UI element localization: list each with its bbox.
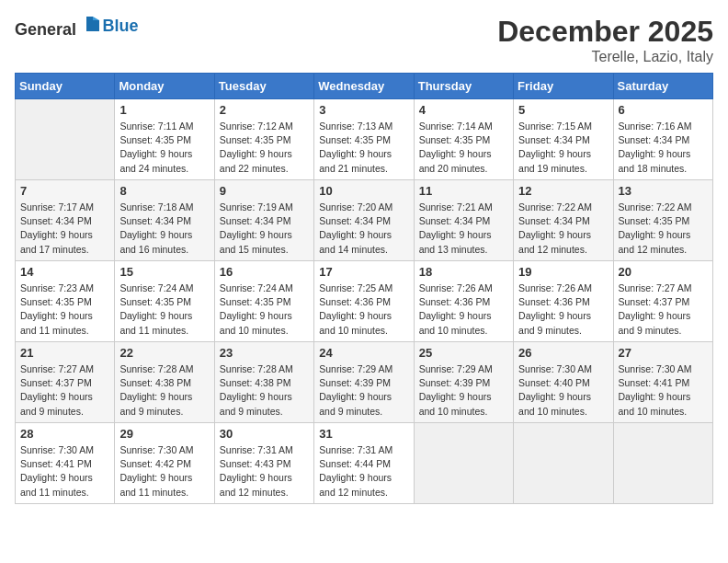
calendar-cell: 26Sunrise: 7:30 AMSunset: 4:40 PMDayligh…	[514, 342, 613, 423]
calendar-cell: 6Sunrise: 7:16 AMSunset: 4:34 PMDaylight…	[613, 99, 712, 180]
day-number: 15	[119, 265, 209, 279]
day-number: 10	[319, 184, 408, 198]
day-info: Sunrise: 7:17 AMSunset: 4:34 PMDaylight:…	[20, 201, 109, 257]
calendar-cell: 24Sunrise: 7:29 AMSunset: 4:39 PMDayligh…	[314, 342, 414, 423]
location-title: Terelle, Lazio, Italy	[497, 49, 713, 65]
calendar-cell: 1Sunrise: 7:11 AMSunset: 4:35 PMDaylight…	[115, 99, 214, 180]
day-info: Sunrise: 7:31 AMSunset: 4:44 PMDaylight:…	[319, 443, 408, 500]
day-number: 2	[220, 103, 309, 117]
day-info: Sunrise: 7:24 AMSunset: 4:35 PMDaylight:…	[220, 282, 309, 338]
calendar-cell: 27Sunrise: 7:30 AMSunset: 4:41 PMDayligh…	[613, 342, 712, 423]
day-number: 14	[20, 265, 109, 279]
weekday-header-friday: Friday	[514, 74, 613, 99]
day-number: 23	[220, 346, 309, 360]
calendar-cell: 31Sunrise: 7:31 AMSunset: 4:44 PMDayligh…	[314, 423, 414, 504]
day-number: 25	[419, 346, 508, 360]
svg-marker-1	[93, 17, 99, 20]
calendar-cell: 19Sunrise: 7:26 AMSunset: 4:36 PMDayligh…	[514, 261, 613, 342]
day-info: Sunrise: 7:13 AMSunset: 4:35 PMDaylight:…	[319, 120, 408, 176]
day-number: 22	[119, 346, 209, 360]
calendar-cell: 29Sunrise: 7:30 AMSunset: 4:42 PMDayligh…	[115, 423, 214, 504]
day-number: 21	[20, 346, 109, 360]
day-number: 27	[619, 346, 708, 360]
calendar-cell	[514, 423, 613, 504]
day-info: Sunrise: 7:26 AMSunset: 4:36 PMDaylight:…	[518, 282, 608, 338]
calendar-week-row: 7Sunrise: 7:17 AMSunset: 4:34 PMDaylight…	[16, 180, 713, 261]
day-info: Sunrise: 7:30 AMSunset: 4:41 PMDaylight:…	[619, 362, 708, 419]
calendar-cell: 23Sunrise: 7:28 AMSunset: 4:38 PMDayligh…	[214, 342, 313, 423]
day-number: 1	[119, 103, 209, 117]
calendar-week-row: 28Sunrise: 7:30 AMSunset: 4:41 PMDayligh…	[16, 423, 713, 504]
day-number: 6	[619, 103, 708, 117]
day-info: Sunrise: 7:22 AMSunset: 4:35 PMDaylight:…	[619, 201, 708, 257]
day-number: 13	[619, 184, 708, 198]
calendar-cell: 16Sunrise: 7:24 AMSunset: 4:35 PMDayligh…	[214, 261, 313, 342]
day-number: 12	[518, 184, 608, 198]
day-info: Sunrise: 7:27 AMSunset: 4:37 PMDaylight:…	[619, 282, 708, 338]
weekday-header-wednesday: Wednesday	[314, 74, 414, 99]
calendar-cell: 25Sunrise: 7:29 AMSunset: 4:39 PMDayligh…	[414, 342, 513, 423]
calendar-cell: 28Sunrise: 7:30 AMSunset: 4:41 PMDayligh…	[16, 423, 115, 504]
day-number: 7	[20, 184, 109, 198]
calendar-week-row: 14Sunrise: 7:23 AMSunset: 4:35 PMDayligh…	[16, 261, 713, 342]
weekday-header-tuesday: Tuesday	[214, 74, 313, 99]
day-number: 9	[220, 184, 309, 198]
day-number: 31	[319, 427, 408, 441]
day-info: Sunrise: 7:11 AMSunset: 4:35 PMDaylight:…	[119, 120, 209, 176]
logo-icon	[83, 15, 103, 35]
day-info: Sunrise: 7:24 AMSunset: 4:35 PMDaylight:…	[119, 282, 209, 338]
day-info: Sunrise: 7:16 AMSunset: 4:34 PMDaylight:…	[619, 120, 708, 176]
calendar-cell: 14Sunrise: 7:23 AMSunset: 4:35 PMDayligh…	[16, 261, 115, 342]
calendar-cell	[414, 423, 513, 504]
calendar-cell: 9Sunrise: 7:19 AMSunset: 4:34 PMDaylight…	[214, 180, 313, 261]
calendar-cell	[613, 423, 712, 504]
calendar-cell: 20Sunrise: 7:27 AMSunset: 4:37 PMDayligh…	[613, 261, 712, 342]
calendar-cell: 30Sunrise: 7:31 AMSunset: 4:43 PMDayligh…	[214, 423, 313, 504]
calendar-cell: 7Sunrise: 7:17 AMSunset: 4:34 PMDaylight…	[16, 180, 115, 261]
calendar-cell: 15Sunrise: 7:24 AMSunset: 4:35 PMDayligh…	[115, 261, 214, 342]
calendar-cell: 13Sunrise: 7:22 AMSunset: 4:35 PMDayligh…	[613, 180, 712, 261]
day-info: Sunrise: 7:29 AMSunset: 4:39 PMDaylight:…	[319, 362, 408, 419]
day-info: Sunrise: 7:14 AMSunset: 4:35 PMDaylight:…	[419, 120, 508, 176]
logo-text: General	[15, 15, 103, 40]
day-info: Sunrise: 7:15 AMSunset: 4:34 PMDaylight:…	[518, 120, 608, 176]
day-info: Sunrise: 7:12 AMSunset: 4:35 PMDaylight:…	[220, 120, 309, 176]
day-number: 11	[419, 184, 508, 198]
day-number: 28	[20, 427, 109, 441]
calendar-week-row: 21Sunrise: 7:27 AMSunset: 4:37 PMDayligh…	[16, 342, 713, 423]
weekday-header-thursday: Thursday	[414, 74, 513, 99]
calendar-week-row: 1Sunrise: 7:11 AMSunset: 4:35 PMDaylight…	[16, 99, 713, 180]
calendar-cell: 10Sunrise: 7:20 AMSunset: 4:34 PMDayligh…	[314, 180, 414, 261]
day-number: 5	[518, 103, 608, 117]
logo: General Blue	[15, 15, 139, 40]
day-info: Sunrise: 7:20 AMSunset: 4:34 PMDaylight:…	[319, 201, 408, 257]
day-number: 26	[518, 346, 608, 360]
day-number: 20	[619, 265, 708, 279]
day-info: Sunrise: 7:21 AMSunset: 4:34 PMDaylight:…	[419, 201, 508, 257]
weekday-header-saturday: Saturday	[613, 74, 712, 99]
calendar-cell: 11Sunrise: 7:21 AMSunset: 4:34 PMDayligh…	[414, 180, 513, 261]
weekday-header-monday: Monday	[115, 74, 214, 99]
day-number: 8	[119, 184, 209, 198]
day-info: Sunrise: 7:29 AMSunset: 4:39 PMDaylight:…	[419, 362, 508, 419]
calendar-cell: 5Sunrise: 7:15 AMSunset: 4:34 PMDaylight…	[514, 99, 613, 180]
calendar-cell: 2Sunrise: 7:12 AMSunset: 4:35 PMDaylight…	[214, 99, 313, 180]
calendar-cell: 3Sunrise: 7:13 AMSunset: 4:35 PMDaylight…	[314, 99, 414, 180]
day-number: 29	[119, 427, 209, 441]
day-info: Sunrise: 7:30 AMSunset: 4:41 PMDaylight:…	[20, 443, 109, 500]
calendar-table: SundayMondayTuesdayWednesdayThursdayFrid…	[15, 73, 713, 504]
day-number: 17	[319, 265, 408, 279]
calendar-cell: 8Sunrise: 7:18 AMSunset: 4:34 PMDaylight…	[115, 180, 214, 261]
day-info: Sunrise: 7:25 AMSunset: 4:36 PMDaylight:…	[319, 282, 408, 338]
day-number: 30	[220, 427, 309, 441]
calendar-cell: 22Sunrise: 7:28 AMSunset: 4:38 PMDayligh…	[115, 342, 214, 423]
calendar-cell: 18Sunrise: 7:26 AMSunset: 4:36 PMDayligh…	[414, 261, 513, 342]
day-number: 4	[419, 103, 508, 117]
page-header: General Blue December 2025 Terelle, Lazi…	[15, 15, 713, 65]
day-info: Sunrise: 7:22 AMSunset: 4:34 PMDaylight:…	[518, 201, 608, 257]
calendar-cell: 4Sunrise: 7:14 AMSunset: 4:35 PMDaylight…	[414, 99, 513, 180]
calendar-cell: 21Sunrise: 7:27 AMSunset: 4:37 PMDayligh…	[16, 342, 115, 423]
day-info: Sunrise: 7:18 AMSunset: 4:34 PMDaylight:…	[119, 201, 209, 257]
day-info: Sunrise: 7:19 AMSunset: 4:34 PMDaylight:…	[220, 201, 309, 257]
day-number: 24	[319, 346, 408, 360]
